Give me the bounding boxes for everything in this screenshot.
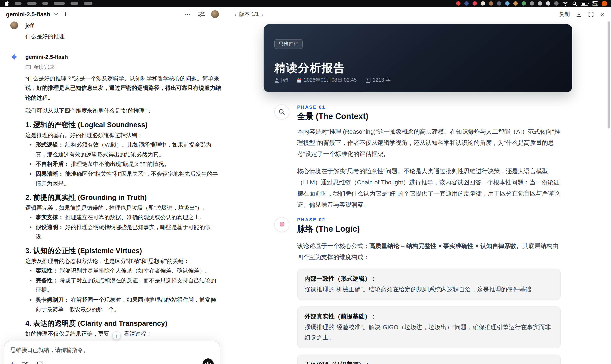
status-icon[interactable] [602,1,607,6]
calendar-icon [297,78,302,83]
bullet-item: 奥卡姆剃刀： 在解释同一个现象时，如果两种推理都能站得住脚，通常倾向于最简单、假… [36,295,221,314]
battery-icon[interactable] [581,1,588,5]
phase-label: PHASE 02 [297,217,561,222]
chat-input[interactable] [10,347,214,353]
status-icon[interactable] [456,1,461,6]
logic-formula: 该论述基于一个核心公式：高质量结论 = 结构完整性 × 事实准确性 × 认知自律… [297,240,561,263]
read-status: 精读完成! [25,63,214,71]
menu-item[interactable] [70,2,78,5]
card-body: 强调推理的“机械正确”。结论必须在给定的规则系统内逻辑自洽，这是推理的硬件基础。 [305,284,553,294]
waveform-icon [210,363,211,364]
book-icon [25,65,31,69]
new-chat-button[interactable]: + [64,11,68,18]
bullet-list: 客观性： 能够识别并尽量排除个人偏见（如幸存者偏差、确认偏差）。 完备性： 考虑… [25,266,221,314]
scroll-to-bottom-button[interactable]: ↓ [112,331,121,340]
chat-message-list[interactable]: jeff 什么是好的推理 gemini-2.5-flash 精读完成! “什 [0,22,225,364]
frame-button[interactable] [36,360,44,364]
chevron-down-icon[interactable] [54,13,58,15]
version-prev-button[interactable]: ‹ [233,11,239,18]
scrollbar-thumb[interactable] [608,15,610,129]
composer-actions: + [10,358,214,364]
control-center-icon[interactable] [592,1,598,6]
section-lead: 这涉及推理者的心态和方法论，也是区分“杠精”和“思想家”的关键： [25,256,221,266]
section-heading: 1. 逻辑的严密性 (Logical Soundness) [25,120,221,129]
user-avatar [10,22,18,29]
waveform-icon [207,362,208,364]
section-lead-text: 看清过程： [124,330,152,337]
copy-button[interactable]: 复制 [559,11,570,18]
section-heading: 2. 前提的真实性 (Grounding in Truth) [25,193,221,201]
waveform-icon [209,362,209,364]
model-selector[interactable]: gemini-2.5-flash [6,11,50,17]
search-icon[interactable] [572,1,577,6]
date-text: 2026年01月08日 02:45 [304,77,357,84]
expand-button[interactable] [588,11,594,17]
phase-title: 脉络 (The Logic) [297,224,561,234]
person-icon [274,78,279,83]
report-hero-card: 思维过程 精读分析报告 jeff [264,24,572,92]
status-icon[interactable] [497,1,501,6]
status-icon[interactable] [522,1,526,6]
version-next-button[interactable]: › [259,11,265,18]
report-date: 2026年01月08日 02:45 [297,77,357,84]
more-options-button[interactable]: ··· [185,11,191,17]
menu-item[interactable] [42,2,48,5]
bullet-item: 假设透明： 好的推理会明确指明哪些是已知事实，哪些是基于可能的假设。 [36,222,221,242]
read-status-text: 精读完成! [34,63,56,71]
section-lead: 逻辑再完美，如果前提是错误的，推理也是垃圾（即“垃圾进，垃圾出”）。 [25,203,221,213]
add-attachment-button[interactable]: + [10,361,14,364]
wifi-icon[interactable] [562,1,569,6]
menu-item[interactable] [27,2,37,5]
phase-section: PHASE 02 脉络 (The Logic) 该论述基于一个核心公式：高质量结… [264,217,572,364]
section-heading: 4. 表达的透明度 (Clarity and Transparency) [25,319,221,327]
tools-button[interactable] [21,360,29,364]
magnifier-icon [274,104,289,119]
brain-icon [274,217,289,232]
tune-sliders-icon[interactable] [197,10,206,19]
chat-panel: gemini-2.5-flash + ··· jeff [0,7,225,364]
version-label: 版本 1/1 [239,11,259,18]
author-name: jeff [281,77,288,83]
status-icon[interactable] [505,1,509,6]
report-meta: jeff 2026年01月08日 02:45 [274,77,561,84]
phase-label: PHASE 01 [297,104,561,110]
menu-item[interactable] [84,2,93,5]
bullet-list: 形式逻辑： 结构必须有效（Valid）。比如演绎推理中，如果前提全部为真，那么通… [25,140,221,188]
status-icon[interactable] [546,1,550,6]
report-author: jeff [274,77,288,83]
status-icon[interactable] [473,1,477,6]
bullet-item: 形式逻辑： 结构必须有效（Valid）。比如演绎推理中，如果前提全部为真，那么通… [36,140,221,159]
assistant-paragraph: “什么是好的推理？”这是一个涉及逻辑学、认知科学和哲学核心的问题。简单来说，好的… [25,74,221,103]
info-card: 外部真实性（前提基础）： 强调推理的“经验校准”。解决“GIGO（垃圾进，垃圾出… [297,306,561,348]
bullet-item: 客观性： 能够识别并尽量排除个人偏见（如幸存者偏差、确认偏差）。 [36,266,221,276]
status-icon[interactable] [554,1,558,6]
section-lead: 这是推理的基石。好的推理必须遵循逻辑法则： [25,130,221,140]
bullet-item: 事实支撑： 推理建立在可靠的数据、准确的观测或公认的真理之上。 [36,213,221,222]
user-name: jeff [25,22,34,29]
status-icon[interactable] [481,1,485,6]
phase-section: PHASE 01 全景 (The Context) 本内容是对“推理 (Reas… [264,104,572,210]
status-icon[interactable] [513,1,518,6]
phase-paragraph: 核心情境在于解决“思考的随意性”问题。不论是人类通过批判性思维进行决策，还是大语… [297,166,561,210]
section-lead-text: 好的推理不仅仅是结果正确，更要 [25,330,109,337]
status-icon[interactable] [530,1,534,6]
menu-item[interactable] [15,2,22,5]
voice-input-button[interactable] [202,358,214,364]
chat-header: gemini-2.5-flash + ··· [0,7,225,22]
section-heading: 3. 认知的公正性 (Epistemic Virtues) [25,246,221,255]
dimension-cards: 内部一致性（形式逻辑）： 强调推理的“机械正确”。结论必须在给定的规则系统内逻辑… [297,269,561,364]
account-avatar[interactable] [211,10,219,18]
user-message-text: 什么是好的推理 [25,32,221,41]
download-button[interactable] [576,11,582,17]
status-icon[interactable] [464,1,469,6]
status-icon[interactable] [489,1,493,6]
apple-icon[interactable] [4,1,9,6]
status-icon[interactable] [538,1,542,6]
card-title: 内部一致性（形式逻辑）： [305,274,553,283]
assistant-name: gemini-2.5-flash [25,54,68,60]
report-view[interactable]: 思维过程 精读分析报告 jeff [225,22,611,364]
close-button[interactable]: × [600,11,604,18]
menu-item[interactable] [54,2,65,5]
card-body: 强调推理的“经验校准”。解决“GIGO（垃圾进，垃圾出）”问题，确保推理引擎运行… [305,322,553,342]
phase-paragraph: 本内容是对“推理 (Reasoning)”这一抽象概念的高层建模。在知识爆炸与人… [297,126,561,159]
